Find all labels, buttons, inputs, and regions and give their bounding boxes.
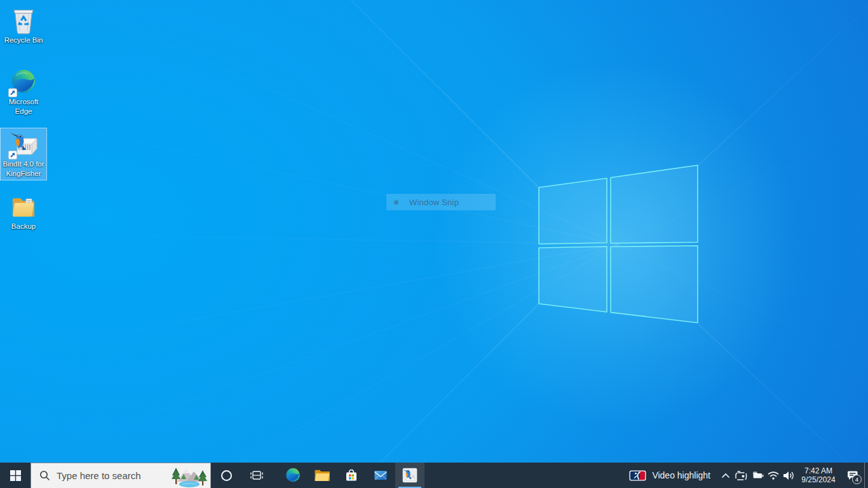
taskbar-apps	[278, 463, 424, 488]
taskbar-app-mail[interactable]	[366, 463, 395, 488]
file-explorer-icon	[314, 468, 330, 482]
clock-time: 7:42 AM	[804, 466, 832, 475]
widget-label: Video highlight	[652, 470, 710, 480]
snip-ghost-label: Window Snip	[409, 198, 459, 207]
bullet-icon	[394, 200, 398, 205]
windows-logo	[0, 0, 868, 488]
search-input[interactable]	[57, 470, 170, 481]
edge-icon	[285, 467, 301, 484]
desktop-icon-bindit-kingfisher[interactable]: BindIt 4.0 for KingFisher	[0, 128, 47, 180]
chevron-up-icon	[721, 473, 730, 478]
desktop-icon-microsoft-edge[interactable]: Microsoft Edge	[0, 65, 47, 118]
system-tray: Video highlight	[623, 463, 868, 488]
taskbar-app-edge[interactable]	[278, 463, 308, 488]
clock[interactable]: 7:42 AM 9/25/2024	[797, 463, 840, 488]
battery-button[interactable]	[749, 463, 765, 488]
desktop-icon-label: BindIt 4.0 for	[3, 160, 44, 168]
hidden-icons-button[interactable]	[717, 463, 733, 488]
cortana-icon	[221, 470, 232, 481]
task-view-icon	[250, 470, 264, 481]
camera-tray-icon	[735, 470, 748, 481]
action-center-button[interactable]: 4	[840, 463, 864, 488]
search-box[interactable]	[31, 463, 211, 488]
camera-tray-button[interactable]	[733, 463, 749, 488]
desktop-icon-recycle-bin[interactable]: Recycle Bin	[0, 4, 47, 47]
shortcut-arrow-icon	[8, 151, 17, 159]
snip-ghost-overlay: Window Snip	[386, 194, 496, 210]
start-icon	[10, 470, 21, 481]
desktop-icon-label: Recycle Bin	[4, 36, 43, 44]
mlb-icon	[629, 470, 646, 481]
news-widget-button[interactable]: Video highlight	[623, 463, 717, 488]
mail-icon	[373, 468, 388, 483]
desktop-icon-label: KingFisher	[6, 170, 41, 178]
notification-badge: 4	[852, 475, 862, 484]
desktop[interactable]: Window Snip Recycle Bin	[0, 0, 868, 488]
taskbar-app-store[interactable]	[337, 463, 366, 488]
search-highlight-art	[170, 464, 210, 488]
taskbar-app-file-explorer[interactable]	[308, 463, 337, 488]
show-desktop-button[interactable]	[864, 463, 868, 488]
shortcut-arrow-icon	[8, 88, 17, 97]
start-button[interactable]	[0, 463, 31, 488]
taskbar: Video highlight	[0, 463, 868, 488]
volume-icon	[782, 470, 796, 481]
clock-date: 9/25/2024	[801, 475, 835, 484]
desktop-icon-label: Microsoft	[9, 98, 39, 106]
recycle-bin-icon	[10, 6, 37, 35]
cortana-button[interactable]	[211, 463, 241, 488]
wifi-icon	[767, 470, 780, 480]
store-icon	[344, 468, 359, 483]
task-view-button[interactable]	[241, 463, 272, 488]
kingfisher-icon	[402, 467, 418, 484]
taskbar-app-bindit-kingfisher[interactable]	[395, 463, 424, 488]
battery-charging-icon	[750, 470, 764, 480]
desktop-icon-label: Backup	[11, 222, 36, 231]
search-icon	[39, 470, 50, 481]
desktop-icon-backup[interactable]: Backup	[0, 190, 47, 233]
folder-icon	[10, 194, 37, 219]
network-button[interactable]	[765, 463, 781, 488]
volume-button[interactable]	[781, 463, 797, 488]
wallpaper	[0, 0, 868, 488]
desktop-icon-label: Edge	[15, 107, 32, 116]
